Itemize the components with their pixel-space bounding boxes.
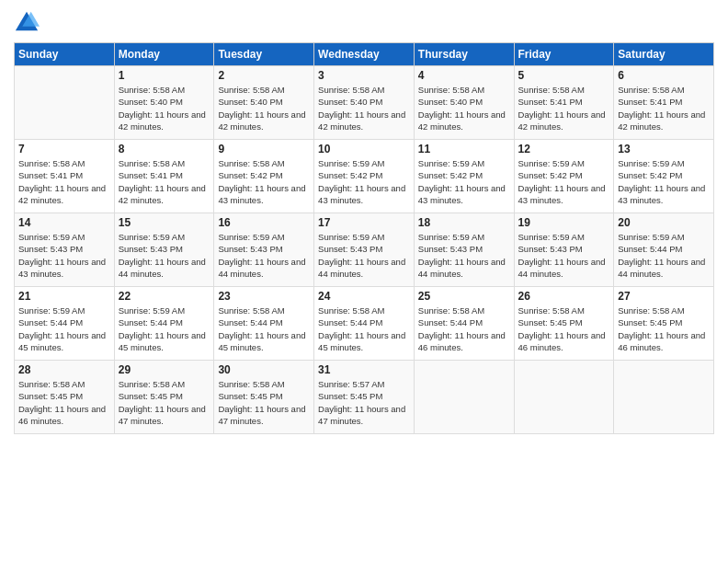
calendar-cell: 10Sunrise: 5:59 AM Sunset: 5:42 PM Dayli… [314,140,415,213]
day-number: 8 [119,143,210,155]
day-number: 2 [218,69,310,82]
day-number: 25 [418,290,510,303]
day-number: 22 [119,290,210,303]
calendar-cell: 14Sunrise: 5:59 AM Sunset: 5:43 PM Dayli… [15,213,115,287]
calendar-cell: 19Sunrise: 5:59 AM Sunset: 5:43 PM Dayli… [514,213,614,287]
day-info: Sunrise: 5:59 AM Sunset: 5:43 PM Dayligh… [518,231,610,280]
calendar-cell: 8Sunrise: 5:58 AM Sunset: 5:41 PM Daylig… [114,140,214,213]
day-number: 9 [218,143,310,155]
day-number: 30 [218,363,310,376]
day-info: Sunrise: 5:59 AM Sunset: 5:44 PM Dayligh… [119,304,210,353]
day-number: 11 [418,143,510,155]
calendar-cell: 7Sunrise: 5:58 AM Sunset: 5:41 PM Daylig… [15,140,115,213]
day-info: Sunrise: 5:59 AM Sunset: 5:42 PM Dayligh… [418,157,510,206]
calendar-cell [414,361,514,434]
calendar-cell: 2Sunrise: 5:58 AM Sunset: 5:40 PM Daylig… [214,66,314,140]
day-info: Sunrise: 5:58 AM Sunset: 5:44 PM Dayligh… [318,304,410,353]
day-number: 28 [18,363,110,376]
day-number: 31 [318,363,410,376]
day-info: Sunrise: 5:58 AM Sunset: 5:45 PM Dayligh… [518,304,610,353]
day-number: 1 [119,69,210,82]
day-info: Sunrise: 5:59 AM Sunset: 5:43 PM Dayligh… [418,231,510,280]
day-number: 27 [618,290,710,303]
calendar-cell: 16Sunrise: 5:59 AM Sunset: 5:43 PM Dayli… [214,213,314,287]
calendar-week-row: 7Sunrise: 5:58 AM Sunset: 5:41 PM Daylig… [15,140,714,213]
day-number: 21 [18,290,110,303]
day-info: Sunrise: 5:58 AM Sunset: 5:41 PM Dayligh… [618,84,710,132]
calendar-cell: 25Sunrise: 5:58 AM Sunset: 5:44 PM Dayli… [414,287,514,361]
calendar-cell: 12Sunrise: 5:59 AM Sunset: 5:42 PM Dayli… [514,140,614,213]
calendar-week-row: 1Sunrise: 5:58 AM Sunset: 5:40 PM Daylig… [15,66,714,140]
day-number: 10 [318,143,410,155]
calendar-table: SundayMondayTuesdayWednesdayThursdayFrid… [14,42,714,434]
calendar-cell: 6Sunrise: 5:58 AM Sunset: 5:41 PM Daylig… [614,66,714,140]
calendar-cell: 27Sunrise: 5:58 AM Sunset: 5:45 PM Dayli… [614,287,714,361]
calendar-cell: 15Sunrise: 5:59 AM Sunset: 5:43 PM Dayli… [114,213,214,287]
calendar-cell: 26Sunrise: 5:58 AM Sunset: 5:45 PM Dayli… [514,287,614,361]
day-number: 24 [318,290,410,303]
calendar-cell: 9Sunrise: 5:58 AM Sunset: 5:42 PM Daylig… [214,140,314,213]
day-info: Sunrise: 5:58 AM Sunset: 5:41 PM Dayligh… [119,157,210,206]
day-number: 17 [318,216,410,229]
header-cell: Wednesday [314,43,415,66]
day-number: 16 [218,216,310,229]
day-number: 7 [18,143,110,155]
day-info: Sunrise: 5:58 AM Sunset: 5:45 PM Dayligh… [218,378,310,427]
day-number: 5 [518,69,610,82]
calendar-cell: 21Sunrise: 5:59 AM Sunset: 5:44 PM Dayli… [15,287,115,361]
calendar-cell [514,361,614,434]
day-number: 18 [418,216,510,229]
header-cell: Monday [114,43,214,66]
day-info: Sunrise: 5:58 AM Sunset: 5:45 PM Dayligh… [18,378,110,427]
logo [14,9,43,35]
day-info: Sunrise: 5:59 AM Sunset: 5:44 PM Dayligh… [18,304,110,353]
header-cell: Tuesday [214,43,314,66]
day-info: Sunrise: 5:58 AM Sunset: 5:40 PM Dayligh… [318,84,410,132]
day-info: Sunrise: 5:58 AM Sunset: 5:41 PM Dayligh… [518,84,610,132]
day-number: 12 [518,143,610,155]
calendar-cell: 22Sunrise: 5:59 AM Sunset: 5:44 PM Dayli… [114,287,214,361]
day-info: Sunrise: 5:58 AM Sunset: 5:45 PM Dayligh… [119,378,210,427]
day-info: Sunrise: 5:58 AM Sunset: 5:42 PM Dayligh… [218,157,310,206]
header-cell: Saturday [614,43,714,66]
calendar-week-row: 14Sunrise: 5:59 AM Sunset: 5:43 PM Dayli… [15,213,714,287]
main-container: SundayMondayTuesdayWednesdayThursdayFrid… [0,0,728,443]
day-info: Sunrise: 5:59 AM Sunset: 5:43 PM Dayligh… [218,231,310,280]
day-info: Sunrise: 5:58 AM Sunset: 5:40 PM Dayligh… [119,84,210,132]
calendar-cell: 23Sunrise: 5:58 AM Sunset: 5:44 PM Dayli… [214,287,314,361]
day-info: Sunrise: 5:59 AM Sunset: 5:42 PM Dayligh… [618,157,710,206]
calendar-cell: 24Sunrise: 5:58 AM Sunset: 5:44 PM Dayli… [314,287,415,361]
logo-icon [14,9,40,35]
day-number: 29 [119,363,210,376]
calendar-cell: 20Sunrise: 5:59 AM Sunset: 5:44 PM Dayli… [614,213,714,287]
header-cell: Sunday [15,43,115,66]
day-info: Sunrise: 5:59 AM Sunset: 5:43 PM Dayligh… [119,231,210,280]
day-info: Sunrise: 5:58 AM Sunset: 5:44 PM Dayligh… [418,304,510,353]
day-info: Sunrise: 5:59 AM Sunset: 5:42 PM Dayligh… [318,157,410,206]
day-number: 14 [18,216,110,229]
day-info: Sunrise: 5:59 AM Sunset: 5:43 PM Dayligh… [18,231,110,280]
calendar-cell: 5Sunrise: 5:58 AM Sunset: 5:41 PM Daylig… [514,66,614,140]
calendar-cell: 28Sunrise: 5:58 AM Sunset: 5:45 PM Dayli… [15,361,115,434]
day-number: 20 [618,216,710,229]
calendar-week-row: 28Sunrise: 5:58 AM Sunset: 5:45 PM Dayli… [15,361,714,434]
day-info: Sunrise: 5:58 AM Sunset: 5:45 PM Dayligh… [618,304,710,353]
header-cell: Thursday [414,43,514,66]
calendar-cell: 18Sunrise: 5:59 AM Sunset: 5:43 PM Dayli… [414,213,514,287]
calendar-week-row: 21Sunrise: 5:59 AM Sunset: 5:44 PM Dayli… [15,287,714,361]
calendar-cell: 4Sunrise: 5:58 AM Sunset: 5:40 PM Daylig… [414,66,514,140]
day-number: 26 [518,290,610,303]
day-info: Sunrise: 5:58 AM Sunset: 5:41 PM Dayligh… [18,157,110,206]
day-number: 13 [618,143,710,155]
calendar-cell [614,361,714,434]
day-info: Sunrise: 5:57 AM Sunset: 5:45 PM Dayligh… [318,378,410,427]
day-info: Sunrise: 5:58 AM Sunset: 5:40 PM Dayligh… [418,84,510,132]
day-number: 3 [318,69,410,82]
calendar-cell: 3Sunrise: 5:58 AM Sunset: 5:40 PM Daylig… [314,66,415,140]
calendar-cell [15,66,115,140]
calendar-cell: 1Sunrise: 5:58 AM Sunset: 5:40 PM Daylig… [114,66,214,140]
header-area [14,9,714,35]
day-number: 15 [119,216,210,229]
day-number: 6 [618,69,710,82]
header-row: SundayMondayTuesdayWednesdayThursdayFrid… [15,43,714,66]
